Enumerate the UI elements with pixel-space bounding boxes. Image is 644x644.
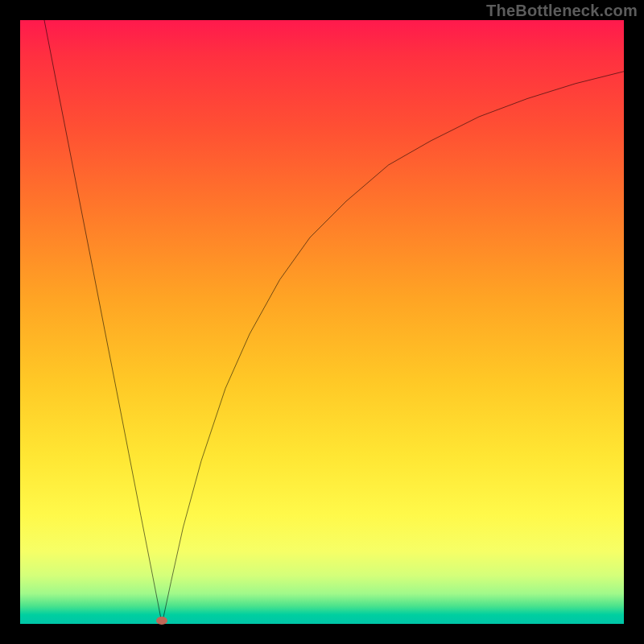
frame-border-bottom xyxy=(0,624,644,644)
bottleneck-curve xyxy=(44,20,624,624)
frame-border-right xyxy=(624,0,644,644)
frame-border-left xyxy=(0,0,20,644)
watermark-text: TheBottleneck.com xyxy=(486,2,638,20)
chart-curve xyxy=(20,20,624,624)
optimal-point-marker xyxy=(156,617,167,625)
chart-container: TheBottleneck.com xyxy=(0,0,644,644)
